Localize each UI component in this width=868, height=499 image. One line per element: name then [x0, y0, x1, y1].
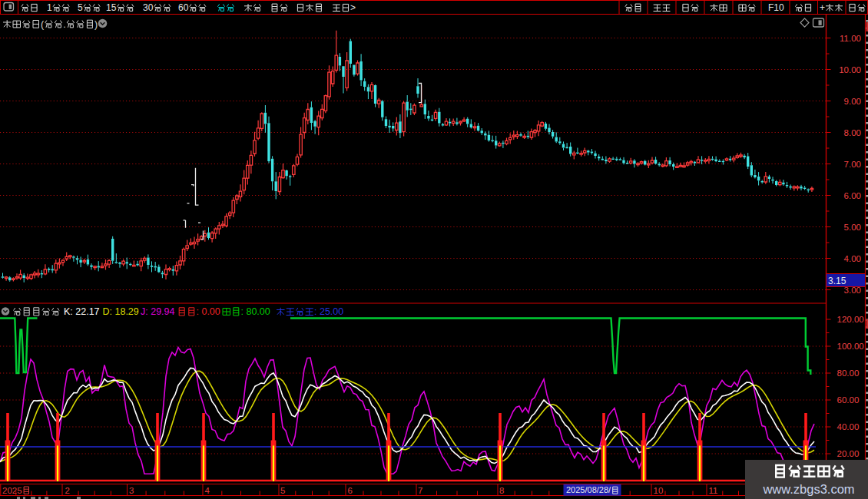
svg-text:7: 7: [418, 486, 422, 495]
svg-text:8.00: 8.00: [844, 128, 861, 137]
svg-text:: 80.00: : 80.00: [241, 306, 270, 317]
svg-text:5: 5: [280, 486, 285, 495]
svg-text:2025/08/28/: 2025/08/28/: [566, 485, 611, 494]
svg-text:6.00: 6.00: [844, 191, 861, 200]
svg-text:11: 11: [709, 486, 718, 495]
svg-text:40.00: 40.00: [837, 422, 860, 431]
svg-text:10: 10: [654, 486, 664, 495]
svg-text:: 25.00: : 25.00: [314, 306, 343, 317]
svg-text:4: 4: [205, 486, 210, 495]
svg-text:80.00: 80.00: [837, 368, 860, 378]
svg-text:11.00: 11.00: [840, 34, 861, 43]
svg-text:5: 5: [78, 2, 83, 13]
svg-text:15: 15: [106, 2, 117, 13]
svg-text:5.00: 5.00: [844, 223, 861, 232]
svg-text:10.00: 10.00: [839, 65, 861, 74]
svg-text:.: .: [63, 19, 65, 30]
svg-text:6: 6: [348, 486, 353, 495]
svg-text:1: 1: [47, 2, 52, 13]
svg-text:8: 8: [499, 486, 504, 495]
svg-text:3.15: 3.15: [828, 276, 846, 286]
svg-text:D: 18.29: D: 18.29: [103, 306, 139, 317]
svg-text:60: 60: [178, 2, 189, 13]
svg-text:): ): [94, 19, 98, 30]
svg-text:>: >: [350, 2, 356, 13]
svg-text:2025: 2025: [2, 486, 22, 495]
svg-text:www.zbgs3.com: www.zbgs3.com: [762, 482, 854, 496]
svg-text:+: +: [820, 2, 825, 13]
svg-text:30: 30: [143, 2, 154, 13]
svg-text:J: 29.94: J: 29.94: [141, 306, 175, 317]
svg-text:120.00: 120.00: [837, 315, 864, 324]
svg-text:60.00: 60.00: [837, 395, 860, 405]
svg-text:7.00: 7.00: [844, 160, 861, 169]
svg-text:: 0.00: : 0.00: [197, 306, 220, 317]
svg-text:4.00: 4.00: [844, 254, 861, 263]
svg-text:F10: F10: [768, 2, 784, 13]
svg-text:3: 3: [129, 486, 134, 495]
svg-text:9.00: 9.00: [844, 97, 861, 106]
svg-text:2: 2: [65, 486, 70, 495]
svg-text:20.00: 20.00: [837, 449, 860, 458]
svg-text:K: 22.17: K: 22.17: [64, 306, 100, 317]
svg-text:100.00: 100.00: [837, 342, 864, 351]
